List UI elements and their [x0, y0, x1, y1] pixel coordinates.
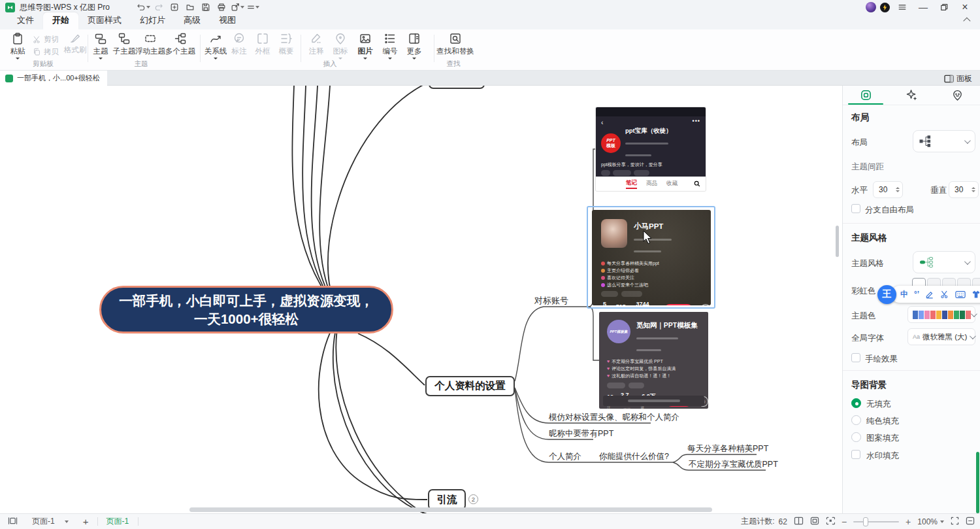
fit-selection-icon[interactable]	[826, 517, 835, 527]
ime-scissors-icon[interactable]	[940, 290, 949, 299]
nickname-topic[interactable]: 昵称中要带有PPT	[549, 428, 613, 439]
menu-tab-file[interactable]: 文件	[8, 12, 43, 29]
page-selector-dropdown[interactable]: 页面-1	[27, 515, 74, 528]
central-topic-node[interactable]: 一部手机，小白即可上手，虚拟资源变现，一天1000+很轻松	[99, 286, 393, 333]
profile-card-xiaoma-ppt[interactable]: 小马PPT 每天分享各种精美实用ppt 主页介绍你必看 喜欢记得关注 这么可爱来…	[592, 210, 711, 305]
free-layout-checkbox[interactable]	[851, 204, 860, 213]
summary-button[interactable]: 概要	[276, 32, 297, 56]
collapsed-count-badge[interactable]: 2	[468, 494, 478, 504]
panel-tab-effects[interactable]	[889, 86, 934, 105]
fit-page-icon[interactable]	[810, 517, 819, 527]
hand-drawn-checkbox[interactable]	[851, 353, 860, 362]
collapse-ribbon-button[interactable]	[966, 17, 971, 22]
ime-mode-chinese[interactable]: 中	[900, 289, 908, 300]
menu-tab-home[interactable]: 开始	[43, 12, 78, 29]
redo-button[interactable]	[152, 1, 166, 13]
boundary-button[interactable]: 外框	[252, 32, 273, 56]
add-page-button[interactable]: +	[83, 516, 89, 527]
topic-button[interactable]: 主题	[90, 32, 111, 60]
global-font-dropdown[interactable]: Aa 微软雅黑 (大)	[907, 328, 975, 345]
find-replace-button[interactable]: 查找和替换	[435, 32, 476, 56]
panel-tab-icons[interactable]	[935, 86, 980, 105]
panel-toggle-button[interactable]: 面板	[941, 72, 975, 86]
bg-pattern-fill-radio[interactable]	[851, 432, 861, 442]
document-tab[interactable]: 一部手机，小...00+很轻松	[0, 71, 107, 86]
ime-toolbar[interactable]: 王 中 °’	[877, 284, 980, 304]
paste-button[interactable]: 粘贴	[5, 32, 30, 60]
active-page-tab[interactable]: 页面-1	[106, 516, 129, 527]
format-painter-button[interactable]: 格式刷	[63, 32, 88, 55]
save-button[interactable]	[199, 1, 213, 13]
clipped-top-node[interactable]	[429, 86, 485, 89]
imitate-topic[interactable]: 模仿对标设置头像、昵称和个人简介	[549, 412, 679, 423]
layout-dropdown[interactable]	[913, 130, 975, 152]
callout-button[interactable]: 标注	[229, 32, 250, 56]
vertical-scrollbar-thumb[interactable]	[836, 226, 839, 257]
numbering-button[interactable]: 编号	[380, 32, 400, 60]
customize-toolbar-button[interactable]	[246, 1, 260, 13]
open-file-button[interactable]	[183, 1, 197, 13]
new-document-button[interactable]	[167, 1, 182, 13]
ime-skin-icon[interactable]	[972, 290, 980, 299]
pages-overview-icon[interactable]	[8, 517, 18, 527]
panel-scrollbar-thumb[interactable]	[976, 452, 979, 513]
benchmark-topic[interactable]: 对标账号	[534, 295, 568, 307]
insert-picture-button[interactable]: 图片	[354, 32, 376, 60]
horizontal-scrollbar[interactable]	[189, 507, 712, 512]
bio-topic[interactable]: 个人简介	[549, 451, 581, 462]
more-options-icon[interactable]: •••	[693, 118, 700, 124]
insert-icon-button[interactable]: 图标	[330, 32, 351, 60]
vertical-spacing-input[interactable]: 30	[949, 181, 979, 198]
ime-keyboard-icon[interactable]	[955, 290, 966, 299]
multi-topic-button[interactable]: 多个主题	[163, 32, 197, 56]
bg-no-fill-label: 无填充	[866, 399, 891, 410]
floating-topic-button[interactable]: 浮动主题	[133, 32, 167, 56]
print-button[interactable]	[214, 1, 229, 13]
collapse-statusbar-icon[interactable]	[966, 517, 975, 527]
value-item2-topic[interactable]: 不定期分享宝藏优质PPT	[689, 459, 778, 470]
zoom-slider-thumb[interactable]	[863, 517, 868, 526]
menu-tab-slides[interactable]: 幻灯片	[131, 12, 174, 29]
undo-button[interactable]	[136, 1, 150, 13]
restore-button[interactable]	[936, 1, 953, 14]
ime-punctuation[interactable]: °’	[914, 290, 919, 299]
reading-view-icon[interactable]	[794, 517, 804, 527]
horizontal-spacing-input[interactable]: 30	[873, 181, 903, 198]
ime-logo[interactable]: 王	[877, 285, 896, 304]
menu-tab-view[interactable]: 视图	[210, 12, 245, 29]
theme-color-dropdown[interactable]	[907, 306, 975, 323]
cut-button[interactable]: 剪切	[33, 35, 59, 44]
value-item1-topic[interactable]: 每天分享各种精美PPT	[687, 443, 768, 454]
ime-pen-icon[interactable]	[925, 290, 934, 299]
bg-solid-fill-radio[interactable]	[851, 415, 861, 425]
share-button[interactable]	[230, 1, 244, 13]
membership-icon[interactable]	[880, 3, 890, 12]
profile-setup-node[interactable]: 个人资料的设置	[425, 376, 515, 396]
fullscreen-icon[interactable]	[951, 517, 959, 527]
panel-tab-layout[interactable]	[843, 86, 889, 105]
bg-no-fill-radio[interactable]	[851, 398, 861, 408]
minimize-button[interactable]: —	[915, 1, 932, 14]
more-button[interactable]: 更多	[404, 32, 425, 60]
style-dropdown[interactable]	[913, 251, 975, 273]
document-icon	[5, 75, 13, 82]
zoom-in-button[interactable]: +	[906, 517, 911, 527]
copy-button[interactable]: 拷贝	[33, 47, 59, 57]
comment-button[interactable]: 注释	[306, 32, 327, 56]
value-question-topic[interactable]: 你能提供什么价值?	[599, 451, 669, 462]
zoom-level-dropdown[interactable]: 100%	[917, 517, 944, 526]
back-icon[interactable]: ‹	[601, 119, 603, 126]
zoom-slider[interactable]	[853, 521, 899, 522]
user-avatar[interactable]	[866, 2, 876, 12]
bg-watermark-checkbox[interactable]	[851, 450, 860, 459]
profile-card-ppt-treasury[interactable]: ‹ ••• PPT 模板 ppt宝库（收徒） ppt模板分享，爱设计，爱分享	[596, 107, 706, 191]
menu-tab-advanced[interactable]: 高级	[174, 12, 210, 29]
close-button[interactable]: ×	[956, 1, 973, 14]
app-menu-button[interactable]	[894, 1, 911, 14]
profile-card-mizhi-ppt[interactable]: PPT模板集 觅知网｜PPT模板集 ♥不定期分享宝藏优质 PPT ♥评论区定时回…	[599, 312, 708, 409]
mindmap-canvas[interactable]: 一部手机，小白即可上手，虚拟资源变现，一天1000+很轻松 个人资料的设置 引流…	[0, 86, 841, 513]
free-layout-label: 分支自由布局	[865, 205, 914, 216]
zoom-out-button[interactable]: −	[841, 517, 847, 527]
menu-tab-page-style[interactable]: 页面样式	[78, 12, 131, 29]
relationship-button[interactable]: 关系线	[203, 32, 229, 60]
